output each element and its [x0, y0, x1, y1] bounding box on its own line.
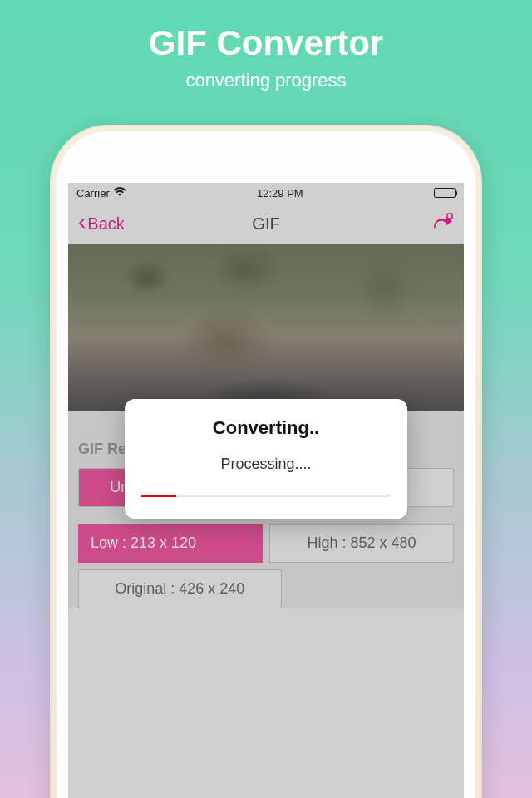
converting-dialog: Converting.. Processing.... [125, 399, 407, 519]
dialog-message: Processing.... [141, 456, 391, 473]
promo-title: GIF Convertor [0, 0, 532, 63]
progress-fill [141, 495, 176, 497]
promo-subtitle: converting progress [0, 70, 532, 91]
modal-overlay: Converting.. Processing.... [68, 183, 464, 798]
app-screen: Carrier 12:29 PM ‹ Back GIF [68, 183, 464, 798]
progress-bar [141, 495, 391, 497]
phone-frame: Carrier 12:29 PM ‹ Back GIF [50, 125, 482, 798]
dialog-title: Converting.. [141, 417, 391, 439]
